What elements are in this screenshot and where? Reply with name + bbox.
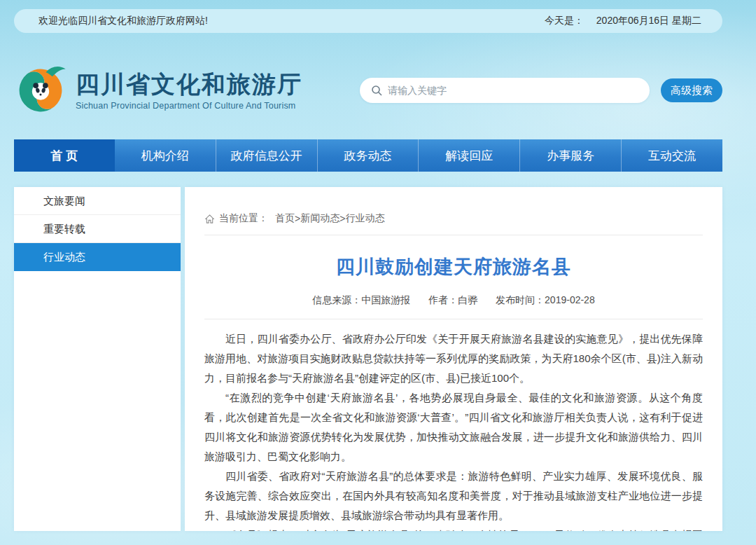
article-paragraph: 《意见》提出，对命名为“天府旅游名县”的，省财政一次性给予3000万元奖励；优先…	[204, 525, 703, 531]
breadcrumb-link-home[interactable]: 首页	[275, 212, 295, 225]
home-icon	[204, 214, 215, 224]
breadcrumb: 当前位置： 首页 > 新闻动态 > 行业动态	[204, 212, 703, 225]
nav-item-services[interactable]: 办事服务	[519, 139, 621, 172]
top-bar: 欢迎光临四川省文化和旅游厅政府网站! 今天是： 2020年06月16日 星期二	[14, 9, 722, 33]
article-meta: 信息来源：中国旅游报 作者：白骅 发布时间：2019-02-28	[204, 294, 703, 307]
date-display: 今天是： 2020年06月16日 星期二	[545, 15, 701, 27]
welcome-text: 欢迎光临四川省文化和旅游厅政府网站!	[38, 15, 208, 27]
nav-item-gov-news[interactable]: 政务动态	[317, 139, 419, 172]
breadcrumb-label: 当前位置：	[219, 212, 268, 225]
advanced-search-button[interactable]: 高级搜索	[661, 78, 722, 102]
article-paragraph: 近日，四川省委办公厅、省政府办公厅印发《关于开展天府旅游名县建设的实施意见》，提…	[204, 329, 703, 388]
breadcrumb-separator: >	[340, 213, 345, 224]
meta-author: 作者：白骅	[428, 294, 477, 305]
site-title: 四川省文化和旅游厅	[76, 70, 302, 98]
sidebar: 文旅要闻 重要转载 行业动态	[14, 187, 181, 531]
meta-source: 信息来源：中国旅游报	[312, 294, 410, 305]
site-logo[interactable]: 四川省文化和旅游厅 Sichuan Provincial Department …	[14, 64, 302, 117]
article-title: 四川鼓励创建天府旅游名县	[204, 254, 703, 280]
nav-item-gov-info[interactable]: 政府信息公开	[216, 139, 317, 172]
article-paragraph: 四川省委、省政府对“天府旅游名县”的总体要求是：旅游特色鲜明、产业实力雄厚、发展…	[204, 467, 703, 525]
site-title-en: Sichuan Provincial Department Of Culture…	[76, 101, 302, 111]
article-body: 近日，四川省委办公厅、省政府办公厅印发《关于开展天府旅游名县建设的实施意见》，提…	[204, 329, 703, 531]
breadcrumb-separator: >	[295, 213, 300, 224]
breadcrumb-link-news[interactable]: 新闻动态	[300, 212, 340, 225]
sidebar-item-important-reposts[interactable]: 重要转载	[14, 215, 181, 243]
page-container: 欢迎光临四川省文化和旅游厅政府网站! 今天是： 2020年06月16日 星期二	[14, 9, 722, 531]
search-input[interactable]	[388, 85, 638, 96]
article-paragraph: “在激烈的竞争中创建‘天府旅游名县’，各地势必展现自身最全、最佳的文化和旅游资源…	[204, 388, 703, 467]
breadcrumb-divider	[204, 235, 703, 235]
meta-divider	[204, 319, 703, 319]
sidebar-item-culture-tourism-news[interactable]: 文旅要闻	[14, 187, 181, 215]
date-label: 今天是：	[545, 15, 584, 26]
primary-nav: 首 页 机构介绍 政府信息公开 政务动态 解读回应 办事服务 互动交流	[14, 139, 722, 172]
sidebar-item-industry-news[interactable]: 行业动态	[14, 243, 181, 271]
nav-item-interpretation[interactable]: 解读回应	[418, 139, 519, 172]
search-icon	[371, 85, 382, 96]
nav-item-org-intro[interactable]: 机构介绍	[115, 139, 216, 172]
main-area: 文旅要闻 重要转载 行业动态 当前位置： 首页 > 新闻动态 > 行业动态 四川…	[14, 187, 722, 531]
site-header: 四川省文化和旅游厅 Sichuan Provincial Department …	[14, 60, 722, 121]
panda-swirl-logo-icon	[14, 64, 67, 117]
content-panel: 当前位置： 首页 > 新闻动态 > 行业动态 四川鼓励创建天府旅游名县 信息来源…	[185, 187, 722, 531]
breadcrumb-link-industry-news[interactable]: 行业动态	[345, 212, 384, 225]
nav-item-home[interactable]: 首 页	[14, 139, 115, 172]
nav-item-interaction[interactable]: 互动交流	[621, 139, 722, 172]
search-box	[360, 78, 650, 103]
logo-text: 四川省文化和旅游厅 Sichuan Provincial Department …	[76, 70, 302, 111]
date-value: 2020年06月16日 星期二	[596, 15, 701, 26]
meta-publish-time: 发布时间：2019-02-28	[496, 294, 595, 305]
